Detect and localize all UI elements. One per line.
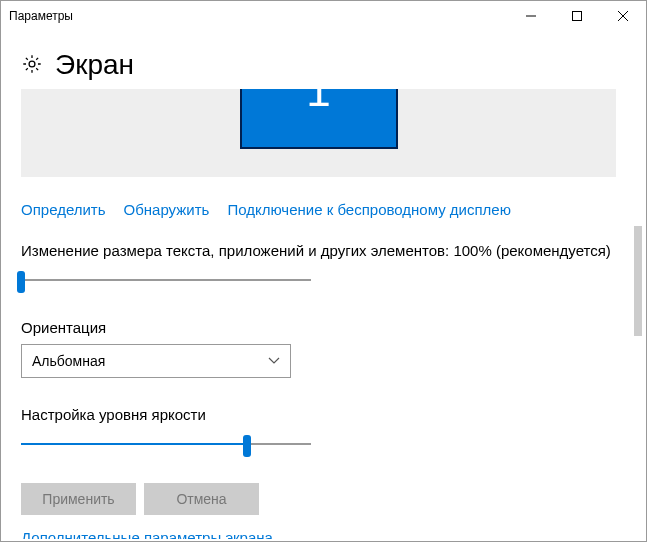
orientation-select[interactable]: Альбомная	[21, 344, 291, 378]
slider-thumb[interactable]	[243, 435, 251, 457]
monitor-1[interactable]: 1	[240, 89, 398, 149]
scale-label: Изменение размера текста, приложений и д…	[21, 242, 626, 259]
advanced-display-link[interactable]: Дополнительные параметры экрана	[21, 529, 626, 539]
apply-button[interactable]: Применить	[21, 483, 136, 515]
monitor-preview-area: 1	[21, 89, 616, 177]
chevron-down-icon	[268, 354, 280, 368]
window-controls	[508, 1, 646, 31]
cancel-button[interactable]: Отмена	[144, 483, 259, 515]
slider-fill	[21, 443, 247, 445]
content-area: Экран 1 Определить Обнаружить Подключени…	[1, 31, 646, 541]
window-title: Параметры	[9, 9, 73, 23]
close-button[interactable]	[600, 1, 646, 31]
gear-icon	[21, 53, 43, 78]
orientation-label: Ориентация	[21, 319, 626, 336]
display-links: Определить Обнаружить Подключение к бесп…	[21, 201, 626, 218]
orientation-value: Альбомная	[32, 353, 105, 369]
detect-link[interactable]: Обнаружить	[124, 201, 210, 218]
page-header: Экран	[21, 49, 626, 81]
maximize-button[interactable]	[554, 1, 600, 31]
svg-point-4	[29, 61, 35, 67]
monitor-id-label: 1	[306, 89, 330, 108]
scale-slider[interactable]	[21, 267, 311, 295]
action-buttons: Применить Отмена	[21, 483, 626, 515]
slider-track	[21, 279, 311, 281]
scrollbar-thumb[interactable]	[634, 226, 642, 336]
titlebar: Параметры	[1, 1, 646, 31]
svg-rect-1	[573, 12, 582, 21]
scrollbar[interactable]	[634, 226, 644, 496]
brightness-label: Настройка уровня яркости	[21, 406, 626, 423]
identify-link[interactable]: Определить	[21, 201, 106, 218]
wireless-display-link[interactable]: Подключение к беспроводному дисплею	[227, 201, 511, 218]
slider-thumb[interactable]	[17, 271, 25, 293]
minimize-button[interactable]	[508, 1, 554, 31]
page-title: Экран	[55, 49, 134, 81]
brightness-slider[interactable]	[21, 431, 311, 459]
